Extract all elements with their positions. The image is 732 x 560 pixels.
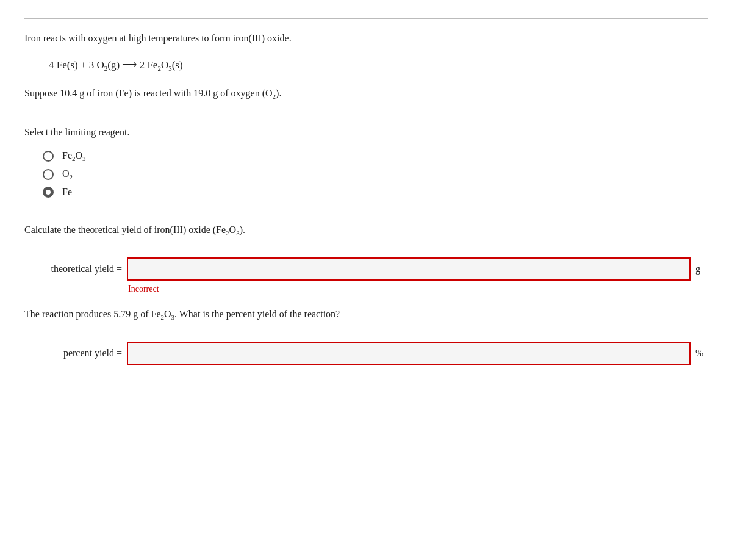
radio-item-fe2o3[interactable]: Fe2O3 <box>43 150 708 162</box>
percent-yield-unit: % <box>695 348 708 359</box>
radio-circle-fe[interactable] <box>43 187 54 198</box>
incorrect-feedback: Incorrect <box>128 284 708 294</box>
radio-item-o2[interactable]: O2 <box>43 168 708 181</box>
calculate-label: Calculate the theoretical yield of iron(… <box>24 222 708 239</box>
radio-label-o2: O2 <box>62 168 73 181</box>
reaction-text: The reaction produces 5.79 g of Fe2O3. W… <box>24 306 708 323</box>
theoretical-yield-input[interactable] <box>127 257 691 281</box>
radio-item-fe[interactable]: Fe <box>43 187 708 198</box>
radio-label-fe: Fe <box>62 187 72 198</box>
radio-circle-fe2o3[interactable] <box>43 151 54 162</box>
theoretical-yield-unit: g <box>695 264 708 275</box>
intro-text: Iron reacts with oxygen at high temperat… <box>24 31 708 46</box>
radio-circle-o2[interactable] <box>43 169 54 180</box>
equation-text: 4 Fe(s) + 3 O2(g) ⟶ 2 Fe2O3(s) <box>49 59 183 71</box>
radio-label-fe2o3: Fe2O3 <box>62 150 86 162</box>
percent-yield-label: percent yield = <box>24 348 122 359</box>
theoretical-yield-row: theoretical yield = g <box>24 257 708 281</box>
theoretical-yield-label: theoretical yield = <box>24 264 122 275</box>
percent-yield-input[interactable] <box>127 342 691 365</box>
suppose-text: Suppose 10.4 g of iron (Fe) is reacted w… <box>24 85 708 102</box>
limiting-reagent-label: Select the limiting reagent. <box>24 127 708 138</box>
equation-block: 4 Fe(s) + 3 O2(g) ⟶ 2 Fe2O3(s) <box>49 57 708 74</box>
percent-yield-row: percent yield = % <box>24 342 708 365</box>
radio-group: Fe2O3 O2 Fe <box>43 150 708 198</box>
